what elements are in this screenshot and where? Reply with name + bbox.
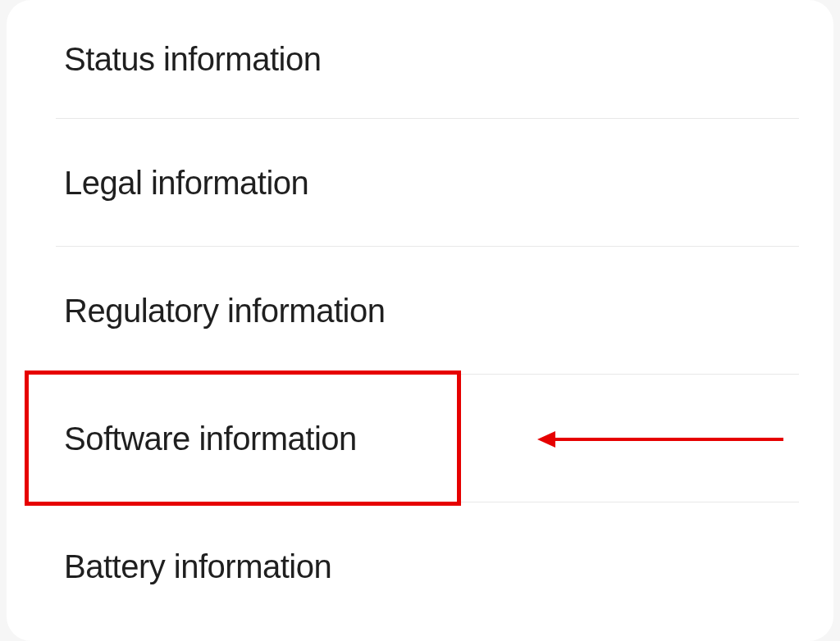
list-item-label: Software information <box>64 421 357 457</box>
list-item-legal-information[interactable]: Legal information <box>7 119 833 247</box>
list-item-regulatory-information[interactable]: Regulatory information <box>7 247 833 375</box>
list-item-status-information[interactable]: Status information <box>7 0 833 119</box>
list-item-battery-information[interactable]: Battery information <box>7 502 833 630</box>
settings-card: Status information Legal information Reg… <box>7 0 833 641</box>
list-item-software-information[interactable]: Software information <box>7 375 833 502</box>
list-item-label: Battery information <box>64 548 331 585</box>
list-item-label: Legal information <box>64 165 308 202</box>
list-item-label: Status information <box>64 41 321 78</box>
list-item-label: Regulatory information <box>64 293 385 330</box>
